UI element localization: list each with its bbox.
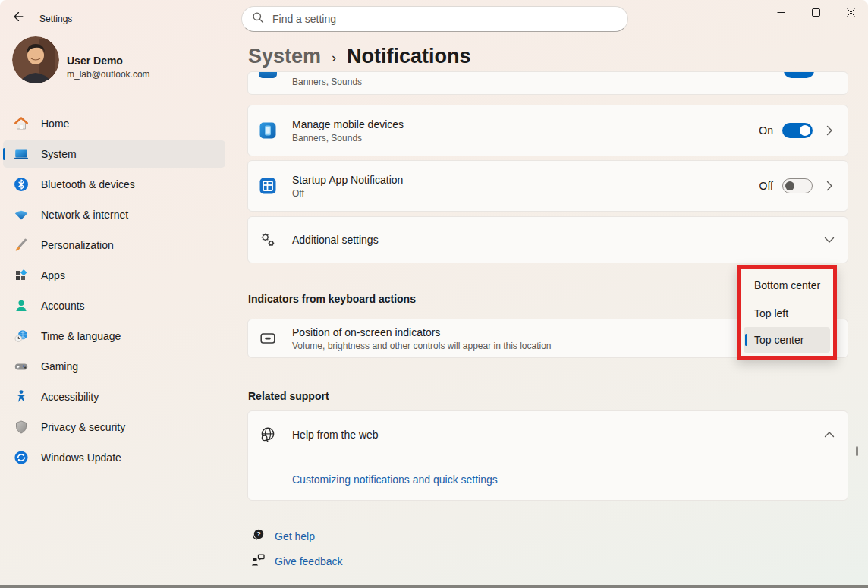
breadcrumb: System › Notifications — [248, 45, 471, 68]
on-screen-indicator-icon — [259, 329, 277, 347]
sidebar-item-home[interactable]: Home — [3, 110, 225, 137]
sidebar-item-network-internet[interactable]: Network & internet — [3, 201, 225, 228]
row-title: Manage mobile devices — [292, 118, 404, 130]
window-controls — [763, 0, 868, 26]
give-feedback-link[interactable]: Give feedback — [250, 552, 343, 570]
search-box[interactable] — [241, 6, 628, 32]
row-subtitle: Banners, Sounds — [292, 77, 362, 87]
avatar[interactable] — [12, 36, 59, 83]
breadcrumb-system[interactable]: System — [248, 45, 321, 68]
app-icon-fragment — [259, 71, 277, 78]
manage-mobile-devices-row[interactable]: Manage mobile devices Banners, Sounds On — [247, 105, 848, 156]
toggle-state-label: Off — [760, 180, 773, 192]
sidebar-item-label: Privacy & security — [41, 421, 125, 433]
get-help-icon: ? — [250, 527, 266, 545]
row-subtitle: Off — [292, 188, 403, 199]
option-label: Top left — [754, 307, 788, 319]
minimize-icon — [777, 6, 785, 20]
time-language-icon — [14, 329, 29, 344]
page-title: Notifications — [347, 45, 471, 68]
search-icon — [242, 11, 272, 27]
gaming-icon — [14, 359, 29, 374]
breadcrumb-separator: › — [332, 50, 336, 66]
option-label: Top center — [754, 334, 804, 346]
app-title: Settings — [39, 14, 72, 24]
sidebar-item-label: Gaming — [41, 360, 78, 373]
bluetooth-icon — [14, 177, 29, 192]
get-help-label: Get help — [275, 530, 315, 542]
give-feedback-label: Give feedback — [275, 555, 343, 568]
chevron-down-icon[interactable] — [822, 232, 837, 247]
sidebar-item-label: Accessibility — [41, 391, 99, 403]
search-input[interactable] — [272, 13, 591, 25]
row-subtitle: Volume, brightness and other controls wi… — [292, 341, 552, 351]
chevron-right-icon[interactable] — [822, 178, 837, 193]
sidebar-item-label: Home — [41, 118, 69, 130]
sidebar-item-label: Network & internet — [41, 209, 128, 221]
accounts-icon — [14, 298, 29, 313]
startup-app-icon — [259, 177, 277, 195]
startup-app-notification-row[interactable]: Startup App Notification Off Off — [247, 160, 848, 212]
network-icon — [14, 207, 29, 222]
dropdown-option-bottom-center[interactable]: Bottom center — [741, 271, 833, 299]
toggle-state-label: On — [759, 124, 773, 137]
sidebar-item-label: Windows Update — [41, 451, 121, 464]
maximize-icon — [812, 6, 820, 20]
row-title: Help from the web — [292, 429, 379, 441]
chevron-up-icon[interactable] — [822, 427, 837, 442]
sidebar-item-bluetooth-devices[interactable]: Bluetooth & devices — [3, 171, 225, 198]
sidebar-item-gaming[interactable]: Gaming — [3, 353, 225, 380]
settings-window: Settings User Demo m_lab@outlook.com — [0, 0, 868, 588]
help-link-row: Customizing notifications and quick sett… — [248, 458, 848, 501]
sidebar-item-label: Time & language — [41, 330, 121, 342]
position-dropdown-menu: Bottom center Top left Top center — [737, 265, 837, 360]
dropdown-option-top-left[interactable]: Top left — [741, 299, 833, 327]
accessibility-icon — [14, 389, 29, 404]
section-heading-related-support: Related support — [248, 390, 329, 402]
row-title: Additional settings — [292, 234, 379, 246]
sidebar-item-label: Accounts — [41, 300, 85, 312]
sidebar-item-label: Personalization — [41, 239, 114, 251]
scrollbar-thumb[interactable] — [856, 446, 858, 456]
customizing-notifications-link[interactable]: Customizing notifications and quick sett… — [292, 473, 498, 486]
mobile-devices-toggle[interactable] — [782, 123, 813, 138]
svg-text:?: ? — [256, 530, 261, 538]
window-bottom-edge — [0, 585, 868, 588]
row-title: Position of on-screen indicators — [292, 326, 552, 338]
sidebar-item-privacy-security[interactable]: Privacy & security — [3, 413, 225, 441]
sidebar-item-label: System — [41, 148, 77, 160]
minimize-button[interactable] — [763, 0, 798, 26]
close-button[interactable] — [833, 0, 868, 26]
maximize-button[interactable] — [798, 0, 833, 26]
dropdown-option-top-center[interactable]: Top center — [744, 327, 830, 353]
back-button[interactable] — [8, 8, 29, 29]
partial-notification-row[interactable]: Banners, Sounds — [247, 71, 848, 95]
user-name: User Demo — [67, 55, 123, 67]
sidebar-item-windows-update[interactable]: Windows Update — [3, 444, 225, 471]
apps-icon — [14, 268, 29, 283]
close-icon — [847, 6, 855, 20]
system-icon — [14, 146, 29, 162]
chevron-right-icon[interactable] — [822, 123, 837, 138]
additional-settings-row[interactable]: Additional settings — [247, 216, 848, 263]
sidebar-item-system[interactable]: System — [3, 140, 225, 168]
toggle-fragment[interactable] — [784, 71, 814, 78]
feedback-icon — [250, 552, 266, 570]
sidebar-item-label: Bluetooth & devices — [41, 178, 135, 190]
sidebar-item-accessibility[interactable]: Accessibility — [3, 383, 225, 410]
get-help-link[interactable]: ? Get help — [250, 527, 315, 545]
home-icon — [14, 116, 29, 131]
globe-search-icon — [259, 426, 277, 444]
sidebar-item-apps[interactable]: Apps — [3, 262, 225, 289]
help-from-web-card: Help from the web Customizing notificati… — [247, 410, 848, 501]
sidebar-item-personalization[interactable]: Personalization — [3, 231, 225, 259]
privacy-icon — [14, 420, 29, 435]
back-arrow-icon — [11, 10, 25, 27]
help-from-web-row[interactable]: Help from the web — [248, 411, 848, 458]
windows-update-icon — [14, 450, 29, 465]
mobile-devices-icon — [259, 121, 277, 140]
sidebar-item-time-language[interactable]: Time & language — [3, 322, 225, 350]
sidebar-item-accounts[interactable]: Accounts — [3, 292, 225, 319]
user-email: m_lab@outlook.com — [67, 69, 150, 80]
startup-app-toggle[interactable] — [782, 178, 813, 193]
